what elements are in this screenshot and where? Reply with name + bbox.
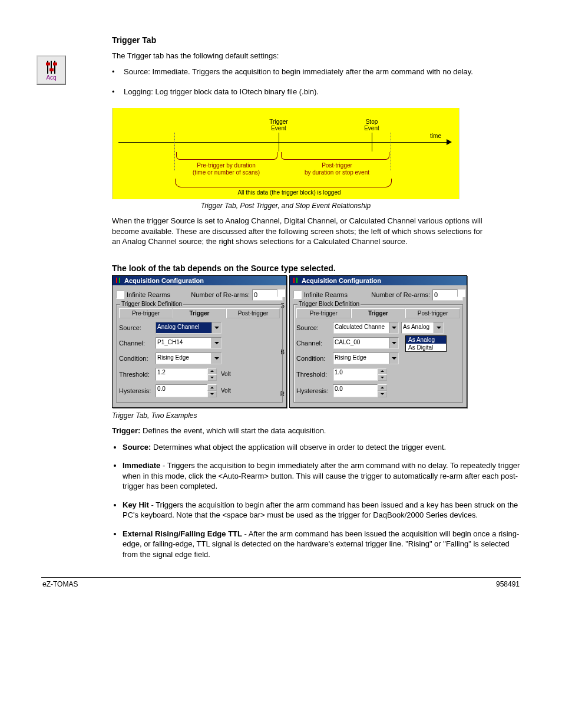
spinner-up-icon[interactable] (207, 384, 217, 391)
section-heading: Trigger Tab (112, 35, 521, 45)
spinner-up-icon[interactable] (378, 368, 387, 374)
channel-label: Channel: (119, 340, 153, 347)
pretrigger-brace-label: Pre-trigger by duration(time or number o… (176, 162, 276, 176)
num-rearms-label: Number of Re-arms: (371, 291, 430, 298)
spinner-up-icon[interactable] (207, 368, 217, 374)
diagram-caption: Trigger Tab, Post Trigger, and Stop Even… (112, 202, 459, 210)
as-type-combo[interactable]: As Analog (401, 322, 444, 334)
spinner-down-icon[interactable] (378, 391, 387, 397)
dropdown-option[interactable]: As Analog (406, 336, 446, 344)
list-item: Source: Determines what object the appli… (123, 442, 521, 453)
spinner-down-icon[interactable] (378, 374, 387, 381)
condition-combo[interactable]: Rising Edge (156, 353, 222, 364)
infinite-rearms-label: Infinite Rearms (304, 291, 348, 298)
intro-bullet: Source: Immediate. Triggers the acquisit… (112, 67, 521, 77)
all-data-label: All this data (the trigger block) is log… (219, 189, 360, 196)
condition-label: Condition: (296, 355, 330, 362)
hysteresis-label: Hysteresis: (296, 387, 330, 394)
threshold-input[interactable]: 1.2 (156, 368, 207, 381)
condition-label: Condition: (119, 355, 153, 362)
hysteresis-unit: Volt (221, 387, 231, 394)
channel-combo[interactable]: P1_CH14 (156, 337, 222, 349)
acq-toolbar-icon[interactable]: Acq (37, 55, 66, 85)
time-axis-label: time (430, 133, 441, 139)
dropdown-icon[interactable] (389, 322, 398, 333)
spinner-down-icon[interactable] (207, 391, 217, 397)
tab-posttrigger[interactable]: Post-trigger (226, 308, 280, 318)
app-icon (115, 277, 122, 284)
page-footer: eZ-TOMAS 958491 (41, 580, 521, 588)
hysteresis-input[interactable]: 0.0 (333, 384, 378, 397)
list-item: External Rising/Falling Edge TTL - After… (123, 529, 521, 560)
threshold-label: Threshold: (296, 371, 330, 378)
source-combo[interactable]: Calculated Channe (333, 322, 399, 334)
source-label: Source: (119, 324, 153, 331)
num-rearms-label: Number of Re-arms: (191, 291, 250, 298)
condition-combo[interactable]: Rising Edge (333, 353, 399, 364)
trigger-event-label: TriggerEvent (261, 118, 296, 131)
as-type-dropdown[interactable]: As Analog As Digital (405, 335, 447, 352)
window-titlebar[interactable]: Acquisition Configuration (290, 276, 467, 285)
threshold-input[interactable]: 1.0 (333, 368, 378, 381)
infinite-rearms-label: Infinite Rearms (127, 291, 170, 298)
dropdown-icon[interactable] (389, 338, 398, 348)
app-icon (292, 277, 299, 284)
trigger-definition: Trigger: Defines the event, which will s… (112, 426, 521, 436)
para-after-diagram: When the trigger Source is set to Analog… (112, 216, 489, 247)
tab-pretrigger[interactable]: Pre-trigger (119, 308, 173, 318)
trigger-timeline-diagram: time TriggerEvent StopEvent Pre-trigger … (112, 108, 459, 199)
spinner-down-icon[interactable] (207, 374, 217, 381)
stop-event-label: StopEvent (354, 118, 389, 131)
tab-trigger[interactable]: Trigger (173, 308, 226, 318)
acq-config-window-calculated: Acquisition Configuration Infinite Rearm… (289, 275, 467, 408)
window-titlebar[interactable]: Acquisition Configuration (113, 276, 286, 285)
hysteresis-input[interactable]: 0.0 (156, 384, 207, 397)
spinner-up-icon[interactable] (378, 384, 387, 391)
dropdown-icon[interactable] (211, 322, 221, 333)
intro-text: The Trigger tab has the following defaul… (112, 51, 521, 61)
screenshots-caption: Trigger Tab, Two Examples (112, 411, 521, 420)
tab-pretrigger[interactable]: Pre-trigger (296, 308, 351, 318)
fieldset-label: Trigger Block Definition (120, 301, 183, 307)
infinite-rearms-checkbox[interactable] (116, 291, 124, 299)
threshold-unit: Volt (221, 371, 231, 377)
channel-label: Channel: (296, 340, 330, 347)
footer-left: eZ-TOMAS (42, 580, 78, 588)
fieldset-label: Trigger Block Definition (297, 301, 361, 307)
tab-posttrigger[interactable]: Post-trigger (405, 308, 460, 318)
channel-combo[interactable]: CALC_00 (333, 337, 399, 349)
window-title: Acquisition Configuration (302, 277, 381, 284)
acq-config-window-analog: S B R Acquisition Configuration Infinite… (112, 275, 287, 408)
source-label: Source: (296, 324, 330, 331)
dropdown-icon[interactable] (211, 338, 221, 348)
footer-right: 958491 (496, 580, 520, 588)
list-item: Immediate - Triggers the acquisition to … (123, 460, 521, 492)
dropdown-icon[interactable] (389, 353, 398, 364)
dropdown-icon[interactable] (434, 322, 443, 333)
tab-trigger[interactable]: Trigger (351, 308, 406, 318)
infinite-rearms-checkbox[interactable] (293, 291, 302, 299)
dropdown-icon[interactable] (211, 353, 221, 364)
window-title: Acquisition Configuration (124, 277, 204, 284)
list-item: Key Hit - Triggers the acquisition to be… (123, 500, 521, 521)
threshold-label: Threshold: (119, 371, 153, 378)
hysteresis-label: Hysteresis: (119, 387, 153, 394)
intro-bullet: Logging: Log trigger block data to IOtec… (112, 87, 521, 97)
source-combo[interactable]: Analog Channel (156, 322, 222, 334)
subheading: The look of the tab depends on the Sourc… (112, 263, 521, 273)
dropdown-option[interactable]: As Digital (406, 344, 446, 351)
acq-icon-label: Acq (46, 74, 56, 81)
posttrigger-brace-label: Post-triggerby duration or stop event (287, 162, 387, 176)
